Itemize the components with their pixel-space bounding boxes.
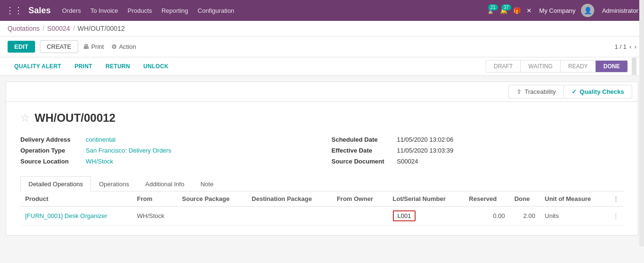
col-lot-serial: Lot/Serial Number xyxy=(388,191,464,207)
col-done: Done xyxy=(509,191,540,207)
source-location-label: Source Location xyxy=(20,158,82,165)
col-product: Product xyxy=(20,191,132,207)
right-scrollbar[interactable] xyxy=(639,0,644,246)
status-waiting[interactable]: WAITING xyxy=(521,61,561,72)
field-effective-date: Effective Date 11/05/2020 13:03:39 xyxy=(332,145,624,156)
traceability-button[interactable]: ⇧ Traceability xyxy=(508,85,564,99)
source-location-value[interactable]: WH/Stock xyxy=(86,158,113,165)
table-row: [FURN_0001] Desk Organizer WH/Stock L001… xyxy=(20,207,624,226)
col-from-owner: From Owner xyxy=(332,191,388,207)
quality-alert-action[interactable]: QUALITY ALERT xyxy=(8,58,68,74)
effective-date-label: Effective Date xyxy=(332,147,393,154)
col-destination-package: Destination Package xyxy=(247,191,332,207)
fields-right: Scheduled Date 11/05/2020 13:02:06 Effec… xyxy=(332,134,624,167)
tab-note[interactable]: Note xyxy=(192,176,221,191)
operations-table: Product From Source Package Destination … xyxy=(20,191,624,226)
nav-item-orders[interactable]: Orders xyxy=(62,7,81,14)
delivery-address-label: Delivery Address xyxy=(20,136,82,143)
print-button[interactable]: 🖶 Print xyxy=(83,43,104,50)
tabs-bar: Detailed Operations Operations Additiona… xyxy=(20,176,624,191)
nav-item-reporting[interactable]: Reporting xyxy=(162,7,188,14)
cell-options[interactable]: ⋮ xyxy=(608,207,624,226)
col-from: From xyxy=(132,191,177,207)
bell-badge: 37 xyxy=(501,4,511,10)
field-scheduled-date: Scheduled Date 11/05/2020 13:02:06 xyxy=(332,134,624,145)
bell-icon-badge[interactable]: 🔔 37 xyxy=(500,7,508,14)
status-bar: QUALITY ALERT PRINT RETURN UNLOCK DRAFT … xyxy=(0,57,644,76)
navbar-right: ⏳ 21 🔔 37 🎁 ✕ My Company 👤 Administrator xyxy=(487,4,638,17)
nav-item-to-invoice[interactable]: To Invoice xyxy=(91,7,118,14)
edit-button[interactable]: EDIT xyxy=(8,41,35,53)
grid-icon[interactable]: ⋮⋮ xyxy=(6,5,23,16)
prev-button[interactable]: ‹ xyxy=(629,43,631,50)
breadcrumb-current: WH/OUT/00012 xyxy=(78,25,125,32)
close-icon[interactable]: ✕ xyxy=(526,7,532,14)
company-label: My Company xyxy=(539,7,576,14)
clock-badge: 21 xyxy=(488,4,498,10)
nav-item-products[interactable]: Products xyxy=(127,7,152,14)
operation-type-label: Operation Type xyxy=(20,147,82,154)
next-button[interactable]: › xyxy=(635,43,636,50)
cell-destination-package xyxy=(247,207,332,226)
navbar: ⋮⋮ Sales OrdersTo InvoiceProductsReporti… xyxy=(0,0,644,21)
col-reserved: Reserved xyxy=(464,191,510,207)
favorite-star[interactable]: ☆ xyxy=(20,112,30,124)
breadcrumb: Quotations / S00024 / WH/OUT/00012 xyxy=(0,21,644,36)
delivery-address-value[interactable]: continental xyxy=(86,136,116,143)
avatar: 👤 xyxy=(581,4,594,17)
tab-detailed-operations[interactable]: Detailed Operations xyxy=(20,176,91,191)
form-card: ⇧ Traceability ✓ Quality Checks ☆ WH/OUT… xyxy=(6,82,638,236)
return-action[interactable]: RETURN xyxy=(99,58,137,74)
quality-checks-button[interactable]: ✓ Quality Checks xyxy=(564,85,632,99)
scheduled-date-label: Scheduled Date xyxy=(332,136,393,143)
cell-done: 2.00 xyxy=(509,207,540,226)
cell-from: WH/Stock xyxy=(132,207,177,226)
clock-icon-badge[interactable]: ⏳ 21 xyxy=(487,7,494,14)
source-document-value: S00024 xyxy=(397,158,418,165)
brand-label: Sales xyxy=(28,6,51,16)
source-document-label: Source Document xyxy=(332,158,393,165)
cell-reserved: 0.00 xyxy=(464,207,510,226)
col-unit: Unit of Measure xyxy=(540,191,608,207)
field-operation-type: Operation Type San Francisco: Delivery O… xyxy=(20,145,313,156)
print-icon: 🖶 xyxy=(83,43,89,50)
breadcrumb-quotations[interactable]: Quotations xyxy=(8,25,40,32)
col-source-package: Source Package xyxy=(177,191,247,207)
status-draft[interactable]: DRAFT xyxy=(486,61,521,72)
cell-product[interactable]: [FURN_0001] Desk Organizer xyxy=(20,207,132,226)
tab-additional-info[interactable]: Additional Info xyxy=(137,176,192,191)
checkmark-icon: ✓ xyxy=(571,88,577,95)
fields-grid: Delivery Address continental Operation T… xyxy=(20,134,624,167)
table-wrap: Product From Source Package Destination … xyxy=(20,191,624,226)
nav-item-configuration[interactable]: Configuration xyxy=(198,7,234,14)
unlock-action[interactable]: UNLOCK xyxy=(137,58,175,74)
cell-source-package xyxy=(177,207,247,226)
status-ready[interactable]: READY xyxy=(561,61,596,72)
table-header-row: Product From Source Package Destination … xyxy=(20,191,624,207)
field-source-location: Source Location WH/Stock xyxy=(20,156,313,167)
cell-lot-serial[interactable]: L001 xyxy=(388,207,464,226)
breadcrumb-sep2: / xyxy=(73,25,75,32)
cell-from-owner xyxy=(332,207,388,226)
status-done[interactable]: DONE xyxy=(596,61,627,72)
gift-icon[interactable]: 🎁 xyxy=(513,7,521,14)
breadcrumb-s00024[interactable]: S00024 xyxy=(47,25,70,32)
traceability-bar: ⇧ Traceability ✓ Quality Checks xyxy=(6,82,638,102)
print-action[interactable]: PRINT xyxy=(68,58,99,74)
fields-left: Delivery Address continental Operation T… xyxy=(20,134,313,167)
pagination: 1 / 1 ‹ › xyxy=(615,43,636,50)
create-button[interactable]: CREATE xyxy=(40,40,79,53)
lot-value[interactable]: L001 xyxy=(393,210,416,221)
breadcrumb-sep1: / xyxy=(43,25,45,32)
doc-title: WH/OUT/00012 xyxy=(35,111,116,125)
action-bar: EDIT CREATE 🖶 Print ⚙ Action 1 / 1 ‹ › xyxy=(0,36,644,57)
operation-type-value[interactable]: San Francisco: Delivery Orders xyxy=(86,147,172,154)
cell-unit: Units xyxy=(540,207,608,226)
traceability-icon: ⇧ xyxy=(517,88,522,95)
action-middle: 🖶 Print ⚙ Action xyxy=(83,43,610,50)
user-label: Administrator xyxy=(602,7,638,14)
status-steps: DRAFT WAITING READY DONE xyxy=(486,60,628,73)
scheduled-date-value: 11/05/2020 13:02:06 xyxy=(397,136,454,143)
tab-operations[interactable]: Operations xyxy=(91,176,137,191)
action-button[interactable]: ⚙ Action xyxy=(111,43,136,50)
